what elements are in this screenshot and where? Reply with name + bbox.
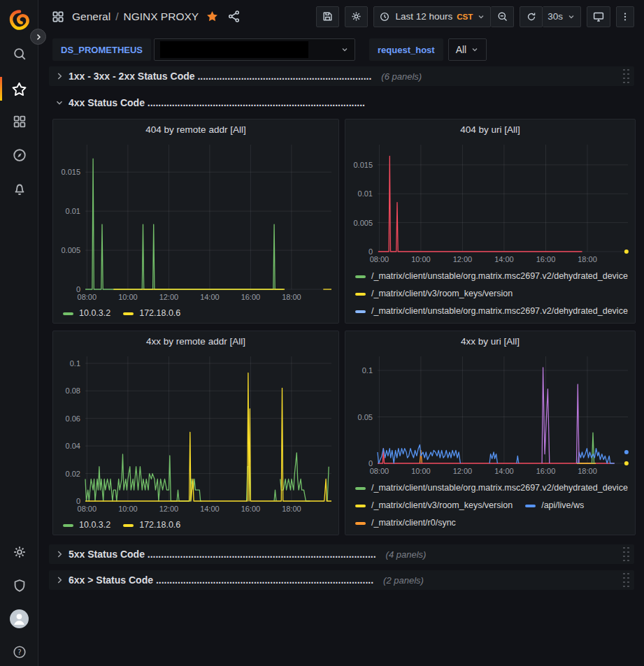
refresh-button[interactable] [520, 6, 543, 27]
refresh-interval-picker[interactable]: 30s [543, 6, 581, 27]
svg-text:10:00: 10:00 [118, 293, 138, 301]
time-range-picker[interactable]: Last 12 hours CST [373, 6, 491, 27]
chevron-down-icon [471, 45, 479, 54]
ds-prometheus-select[interactable] [154, 38, 355, 61]
row-drag-handle[interactable] [623, 547, 630, 562]
tv-mode-button[interactable] [587, 6, 610, 27]
row-title: 4xx Status Code ........................… [69, 97, 365, 108]
chevron-down-icon [477, 13, 485, 21]
svg-text:18:00: 18:00 [282, 505, 301, 513]
svg-text:0.015: 0.015 [61, 168, 80, 176]
share-icon[interactable] [227, 10, 241, 23]
svg-text:14:00: 14:00 [494, 255, 514, 263]
legend-item[interactable]: /_matrix/client/unstable/org.matrix.msc2… [355, 303, 628, 319]
legend-item[interactable]: /_matrix/client/v3/room_keys/version [355, 498, 513, 514]
sidebar-item-profile[interactable] [0, 605, 38, 632]
svg-text:0: 0 [368, 247, 373, 256]
clock-icon [379, 11, 390, 22]
sidebar-item-alerting[interactable] [0, 175, 38, 203]
legend-item[interactable]: 172.18.0.6 [123, 520, 180, 530]
legend-item[interactable]: /_matrix/client/unstable/org.matrix.msc2… [355, 480, 628, 496]
panel-legend: /_matrix/client/unstable/org.matrix.msc2… [345, 266, 635, 323]
panel-title[interactable]: 4xx by uri [All] [345, 331, 635, 351]
legend-item[interactable]: /_matrix/client/v3/room_keys/version [355, 286, 513, 302]
sidebar-item-explore[interactable] [0, 141, 38, 169]
search-icon[interactable] [0, 40, 38, 68]
svg-text:12:00: 12:00 [159, 505, 179, 513]
sidebar-expand-button[interactable] [30, 29, 46, 45]
row-title: 5xx Status Code ........................… [69, 549, 376, 560]
variables-submenu: DS_PROMETHEUS request_host All [38, 33, 644, 61]
row-5xx[interactable]: 5xx Status Code ........................… [49, 544, 634, 564]
svg-text:08:00: 08:00 [78, 505, 97, 513]
svg-text:10:00: 10:00 [118, 505, 138, 513]
legend-item[interactable]: /_matrix/client/unstable/org.matrix.msc2… [355, 268, 628, 284]
grafana-logo[interactable] [7, 8, 32, 34]
legend-item[interactable]: /_matrix/client/v3/room_keys/version [355, 321, 513, 323]
svg-text:16:00: 16:00 [536, 255, 556, 263]
svg-text:10:00: 10:00 [411, 467, 431, 475]
svg-text:12:00: 12:00 [159, 293, 179, 301]
time-series-plot[interactable]: 08:0010:0012:0014:0016:0018:0000.0050.01… [345, 139, 635, 266]
chevron-down-icon [55, 98, 64, 108]
svg-text:10:00: 10:00 [411, 255, 431, 263]
dashboard-toolbar: Last 12 hours CST 30s [316, 6, 634, 27]
variable-label-request-host: request_host [369, 38, 443, 61]
timezone-label: CST [457, 13, 473, 21]
legend-item[interactable]: /sw.js [525, 321, 563, 323]
svg-text:0: 0 [368, 459, 373, 468]
row-panel-count: (2 panels) [383, 575, 424, 586]
sidebar-item-server-admin[interactable] [0, 572, 38, 600]
svg-text:16:00: 16:00 [241, 505, 261, 513]
legend-item[interactable]: 172.18.0.6 [123, 308, 180, 318]
svg-text:08:00: 08:00 [370, 255, 389, 263]
favorite-star-icon[interactable] [206, 10, 219, 23]
panel-4xx-by-remote-addr: 4xx by remote addr [All] 08:0010:0012:00… [52, 331, 339, 535]
time-series-plot[interactable]: 08:0010:0012:0014:0016:0018:0000.050.1 [345, 351, 635, 477]
svg-text:14:00: 14:00 [200, 505, 220, 513]
svg-text:0.01: 0.01 [66, 207, 80, 215]
row-drag-handle[interactable] [623, 573, 630, 588]
legend-item[interactable]: /api/live/ws [525, 498, 584, 514]
svg-text:16:00: 16:00 [241, 293, 261, 301]
svg-text:0.015: 0.015 [353, 161, 373, 169]
legend-item[interactable]: 10.0.3.2 [63, 308, 110, 318]
zoom-out-button[interactable] [491, 6, 514, 27]
svg-text:14:00: 14:00 [200, 293, 220, 301]
row-panel-count: (4 panels) [386, 549, 427, 560]
sidebar-item-help[interactable]: ? [0, 638, 38, 666]
svg-text:18:00: 18:00 [282, 293, 301, 301]
row-6xx[interactable]: 6xx > Status Code ......................… [49, 570, 634, 590]
save-dashboard-button[interactable] [316, 6, 339, 27]
panel-404-by-remote-addr: 404 by remote addr [All] 08:0010:0012:00… [52, 119, 339, 324]
legend-item[interactable]: /_matrix/client/unstable/org.matrix.msc2… [355, 533, 628, 535]
refresh-interval-value: 30s [548, 11, 563, 22]
sidebar-item-dashboards[interactable] [0, 108, 38, 136]
sidebar-item-starred[interactable] [0, 75, 38, 103]
dashboard-settings-button[interactable] [345, 6, 368, 27]
row-title: 6xx > Status Code ......................… [69, 574, 373, 586]
kebab-menu-button[interactable] [616, 6, 634, 27]
variable-label-ds-prometheus: DS_PROMETHEUS [52, 38, 151, 61]
request-host-select[interactable]: All [448, 38, 487, 61]
nav-sidebar: ? [0, 0, 38, 666]
sidebar-item-configuration[interactable] [0, 538, 38, 566]
panel-title[interactable]: 404 by remote addr [All] [53, 120, 338, 139]
row-drag-handle[interactable] [623, 69, 630, 84]
row-title: 1xx - 3xx - 2xx Status Code ............… [69, 71, 371, 82]
page-title: NGINX PROXY [123, 10, 199, 23]
apps-grid-icon [51, 10, 65, 24]
time-series-plot[interactable]: 08:0010:0012:0014:0016:0018:0000.020.040… [53, 351, 338, 515]
svg-text:18:00: 18:00 [578, 467, 597, 475]
legend-item[interactable]: 10.0.3.2 [63, 520, 110, 530]
panel-title[interactable]: 4xx by remote addr [All] [53, 331, 338, 351]
row-1xx-3xx-2xx[interactable]: 1xx - 3xx - 2xx Status Code ............… [49, 66, 634, 86]
time-series-plot[interactable]: 08:0010:0012:0014:0016:0018:0000.0050.01… [53, 139, 338, 303]
svg-text:0.02: 0.02 [66, 470, 80, 478]
breadcrumb-section[interactable]: General [72, 10, 110, 23]
legend-item[interactable]: /_matrix/client/r0/sync [355, 515, 456, 531]
panel-title[interactable]: 404 by uri [All] [345, 120, 635, 139]
row-4xx[interactable]: 4xx Status Code ........................… [49, 93, 634, 113]
redacted-value [160, 41, 308, 58]
dashboard-header: General / NGINX PROXY Last 12 hours CST [38, 0, 644, 33]
